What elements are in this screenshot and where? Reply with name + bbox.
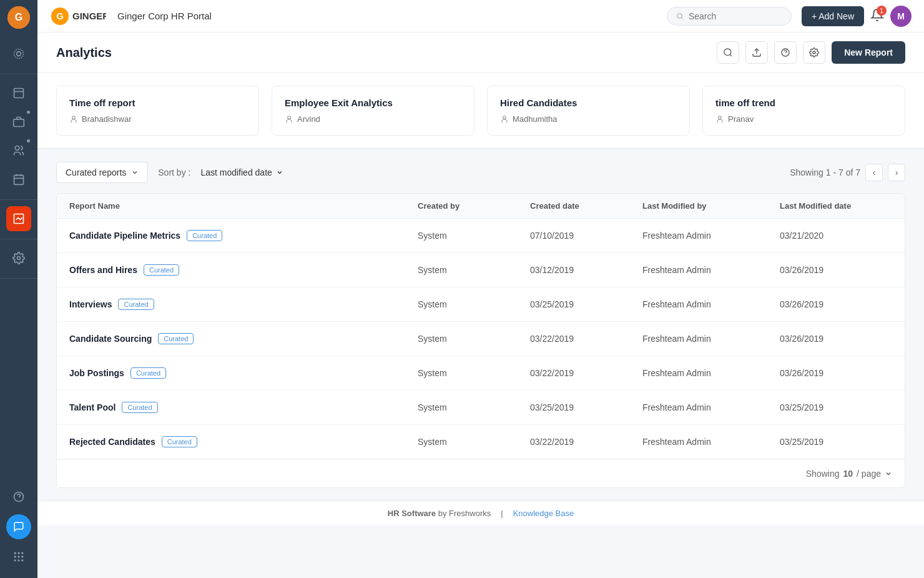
table-row[interactable]: Interviews Curated System 03/25/2019 Fre… [57, 287, 905, 322]
report-card-title-3: time off trend [715, 97, 892, 108]
svg-point-36 [72, 116, 76, 119]
sidebar-bottom [6, 484, 31, 572]
table-row[interactable]: Candidate Pipeline Metrics Curated Syste… [57, 219, 905, 253]
created-by-cell: System [418, 299, 530, 309]
user-icon-0 [69, 115, 78, 124]
col-modified-by: Last Modified by [642, 201, 780, 211]
report-card-user-0: Brahadishwar [69, 114, 246, 124]
badge-curated: Curated [162, 436, 197, 447]
report-name-cell: Interviews Curated [69, 299, 418, 310]
svg-point-18 [21, 552, 23, 554]
col-modified-date: Last Modified date [780, 201, 892, 211]
report-card-2[interactable]: Hired Candidates Madhumitha [487, 86, 690, 136]
people-icon[interactable] [6, 138, 31, 163]
created-date-cell: 03/22/2019 [530, 437, 642, 447]
notification-bell[interactable]: 1 [870, 8, 884, 24]
share-button[interactable] [745, 41, 768, 64]
table-toolbar: Curated reports Sort by : Last modified … [56, 162, 905, 183]
created-by-cell: System [418, 265, 530, 275]
table-row[interactable]: Candidate Sourcing Curated System 03/22/… [57, 322, 905, 356]
svg-point-37 [288, 116, 291, 119]
knowledge-base-link[interactable]: Knowledge Base [513, 509, 574, 518]
analytics-icon[interactable] [6, 206, 31, 231]
created-date-cell: 03/22/2019 [530, 368, 642, 378]
table-row[interactable]: Offers and Hires Curated System 03/12/20… [57, 253, 905, 287]
filter-button[interactable]: Curated reports [56, 162, 148, 183]
svg-point-7 [15, 146, 19, 151]
navbar: G GINGER Ginger Corp HR Portal + Add New… [37, 0, 924, 32]
svg-point-22 [14, 559, 16, 561]
page-header: Analytics New Report [37, 32, 924, 73]
per-page-suffix: / page [857, 469, 881, 479]
add-new-button[interactable]: + Add New [802, 6, 864, 26]
svg-rect-8 [14, 175, 24, 184]
calendar-icon[interactable] [6, 167, 31, 192]
svg-point-2 [17, 52, 21, 56]
page-header-actions: New Report [717, 41, 905, 64]
brand-name: Ginger Corp HR Portal [117, 11, 212, 21]
report-name-cell: Offers and Hires Curated [69, 264, 418, 276]
table-area: Curated reports Sort by : Last modified … [37, 149, 924, 501]
report-card-user-2: Madhumitha [500, 114, 677, 124]
report-name: Talent Pool [69, 402, 115, 412]
per-page-chevron-icon[interactable] [885, 470, 892, 477]
sidebar: G [0, 0, 37, 578]
sort-label: Sort by : [158, 167, 190, 177]
report-name: Interviews [69, 299, 112, 309]
report-card-0[interactable]: Time off report Brahadishwar [56, 86, 259, 136]
filter-label: Curated reports [66, 167, 126, 177]
pagination-info: Showing 1 - 7 of 7 ‹ › [790, 164, 905, 181]
chat-icon[interactable] [6, 514, 31, 539]
svg-point-17 [17, 552, 19, 554]
modified-by-cell: Freshteam Admin [642, 334, 780, 344]
help-icon[interactable] [6, 484, 31, 509]
report-card-1[interactable]: Employee Exit Analytics Arvind [272, 86, 474, 136]
home-icon[interactable] [6, 41, 31, 66]
next-page-button[interactable]: › [888, 164, 905, 181]
svg-line-29 [681, 17, 682, 19]
search-header-button[interactable] [717, 41, 739, 64]
settings-icon[interactable] [6, 246, 31, 271]
report-name-cell: Candidate Sourcing Curated [69, 333, 418, 344]
sort-button[interactable]: Last modified date [200, 167, 283, 177]
user-icon-1 [285, 115, 293, 124]
search-input[interactable] [689, 11, 782, 21]
page-footer: HR Software by Freshworks | Knowledge Ba… [37, 501, 924, 526]
created-date-cell: 03/22/2019 [530, 334, 642, 344]
new-report-button[interactable]: New Report [832, 41, 905, 64]
modified-by-cell: Freshteam Admin [642, 231, 780, 241]
sort-value: Last modified date [200, 167, 272, 177]
add-new-label: + Add New [812, 11, 854, 21]
svg-point-28 [677, 13, 682, 18]
report-name: Rejected Candidates [69, 437, 155, 447]
notification-badge: 1 [877, 6, 887, 16]
table-row[interactable]: Talent Pool Curated System 03/25/2019 Fr… [57, 391, 905, 425]
created-date-cell: 07/10/2019 [530, 231, 642, 241]
briefcase-icon[interactable] [6, 109, 31, 134]
search-box[interactable] [667, 7, 792, 26]
report-name-cell: Job Postings Curated [69, 367, 418, 379]
sidebar-logo[interactable]: G [7, 6, 30, 29]
report-card-3[interactable]: time off trend Pranav [702, 86, 905, 136]
table-row[interactable]: Rejected Candidates Curated System 03/22… [57, 425, 905, 459]
svg-point-39 [719, 116, 722, 119]
badge-curated: Curated [187, 230, 222, 241]
modified-date-cell: 03/21/2020 [780, 231, 892, 241]
svg-text:G: G [56, 11, 64, 21]
help-header-button[interactable] [774, 41, 797, 64]
svg-point-30 [724, 49, 731, 56]
user-avatar[interactable]: M [890, 6, 912, 27]
user-icon-3 [715, 115, 724, 124]
apps-icon[interactable] [6, 544, 31, 569]
svg-point-21 [21, 556, 23, 557]
chevron-down-icon [131, 169, 139, 176]
badge-curated: Curated [144, 264, 179, 276]
prev-page-button[interactable]: ‹ [865, 164, 883, 181]
table-row[interactable]: Job Postings Curated System 03/22/2019 F… [57, 356, 905, 391]
inbox-icon[interactable] [6, 81, 31, 106]
svg-rect-4 [14, 89, 24, 98]
per-page-label: Showing [806, 469, 840, 479]
created-by-cell: System [418, 437, 530, 447]
settings-header-button[interactable] [803, 41, 825, 64]
search-icon [676, 12, 684, 21]
